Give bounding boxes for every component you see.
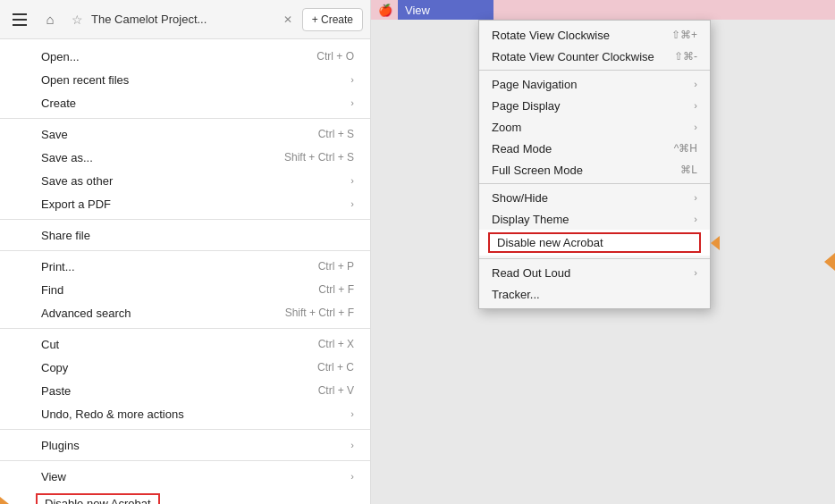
left-menu-item-8[interactable]: Print...Ctrl + P <box>0 255 370 278</box>
left-menu-item-7[interactable]: Share file <box>0 223 370 247</box>
left-topbar: ⌂ ☆ The Camelot Project... ✕ + Create <box>0 0 370 39</box>
dd-item-4[interactable]: Zoom› <box>479 116 710 138</box>
dd-item-5[interactable]: Read Mode^⌘H <box>479 138 710 159</box>
left-menu: Open...Ctrl + OOpen recent files›Create›… <box>0 39 370 504</box>
left-menu-item-4[interactable]: Save as...Shift + Ctrl + S <box>0 146 370 169</box>
view-dropdown: Rotate View Clockwise⇧⌘+Rotate View Coun… <box>478 20 711 309</box>
left-menu-item-14[interactable]: Undo, Redo & more actions› <box>0 402 370 425</box>
left-menu-item-5[interactable]: Save as other› <box>0 169 370 192</box>
left-menu-item-10[interactable]: Advanced searchShift + Ctrl + F <box>0 301 370 324</box>
left-menu-item-13[interactable]: PasteCtrl + V <box>0 379 370 402</box>
dd-item-6[interactable]: Full Screen Mode⌘L <box>479 159 710 181</box>
tab-close-icon[interactable]: ✕ <box>279 11 297 29</box>
right-panel: 🍎 Acrobat Pro DCFileEditViewE-SignWindow… <box>371 0 835 504</box>
dd-divider-bottom <box>479 258 710 259</box>
menu-divider-14 <box>0 429 370 430</box>
menu-divider-7 <box>0 250 370 251</box>
create-button[interactable]: + Create <box>302 8 363 31</box>
dropdown-highlighted-row: Disable new Acrobat <box>479 230 710 256</box>
disable-new-acrobat-dropdown-label: Disable new Acrobat <box>488 232 701 253</box>
mac-menubar: 🍎 Acrobat Pro DCFileEditViewE-SignWindow… <box>371 0 835 20</box>
mac-menu-item-3[interactable]: View <box>398 0 493 20</box>
disable-new-acrobat-dropdown[interactable]: Disable new Acrobat <box>479 230 710 256</box>
right-arrow-indicator <box>711 236 720 250</box>
left-menu-item-15[interactable]: Plugins› <box>0 433 370 457</box>
hamburger-icon[interactable] <box>7 7 32 32</box>
left-menu-item-12[interactable]: CopyCtrl + C <box>0 356 370 379</box>
left-menu-item-11[interactable]: CutCtrl + X <box>0 332 370 356</box>
disable-new-acrobat-left[interactable]: Disable new Acrobat <box>0 490 370 504</box>
right-side-arrow <box>824 253 835 271</box>
left-menu-item-6[interactable]: Export a PDF› <box>0 192 370 215</box>
dd-item-1[interactable]: Rotate View Counter Clockwise⇧⌘- <box>479 46 710 67</box>
tab-title: The Camelot Project... <box>91 13 274 26</box>
menu-divider-10 <box>0 328 370 329</box>
disable-new-acrobat-left-label: Disable new Acrobat <box>36 493 160 504</box>
left-menu-item-2[interactable]: Create› <box>0 91 370 114</box>
left-highlighted-row: Disable new Acrobat <box>0 488 370 504</box>
left-panel: ⌂ ☆ The Camelot Project... ✕ + Create Op… <box>0 0 371 504</box>
star-icon: ☆ <box>68 11 86 29</box>
dd-item-2[interactable]: Page Navigation› <box>479 73 710 95</box>
menu-divider-15 <box>0 460 370 461</box>
left-menu-item-1[interactable]: Open recent files› <box>0 68 370 91</box>
dd-item-7[interactable]: Show/Hide› <box>479 187 710 208</box>
menu-divider-6 <box>0 219 370 220</box>
left-menu-item-16[interactable]: View› <box>0 465 370 488</box>
dd-bottom-item-1[interactable]: Tracker... <box>479 283 710 305</box>
dd-divider-1 <box>479 70 710 71</box>
dd-item-8[interactable]: Display Theme› <box>479 208 710 230</box>
left-menu-item-0[interactable]: Open...Ctrl + O <box>0 45 370 68</box>
dd-bottom-item-0[interactable]: Read Out Loud› <box>479 262 710 283</box>
dd-divider-6 <box>479 183 710 184</box>
menu-divider-2 <box>0 118 370 119</box>
left-menu-item-9[interactable]: FindCtrl + F <box>0 278 370 301</box>
dd-item-0[interactable]: Rotate View Clockwise⇧⌘+ <box>479 24 710 46</box>
left-menu-item-3[interactable]: SaveCtrl + S <box>0 122 370 146</box>
apple-icon: 🍎 <box>378 4 392 17</box>
dd-item-3[interactable]: Page Display› <box>479 95 710 116</box>
home-icon[interactable]: ⌂ <box>38 7 63 32</box>
